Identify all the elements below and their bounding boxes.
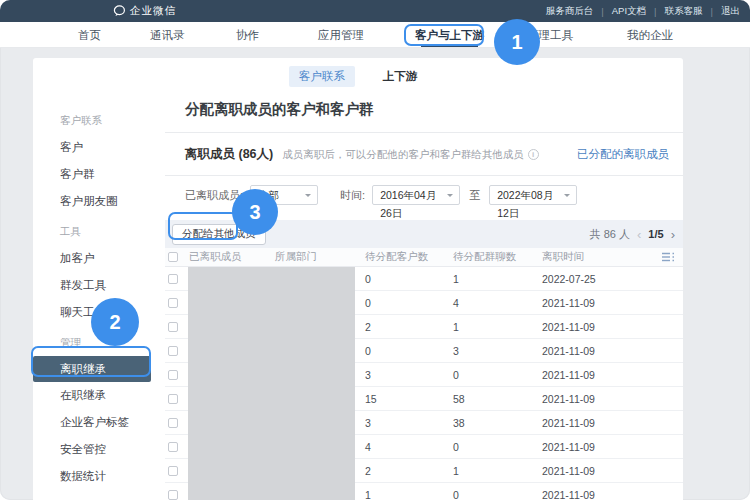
info-icon[interactable]: i (528, 149, 539, 160)
sidebar: 客户联系客户客户群客户朋友圈工具加客户群发工具聊天工具管理离职继承在职继承企业客… (33, 90, 165, 500)
col-department: 所属部门 (275, 250, 365, 264)
nav-item-my-company[interactable]: 我的企业 (627, 22, 673, 48)
next-page-icon[interactable]: › (671, 228, 675, 241)
brand-name: 企业微信 (130, 4, 176, 18)
section-description: 成员离职后，可以分配他的客户和客户群给其他成员 (282, 148, 524, 162)
separator: | (711, 6, 713, 17)
content-card: 客户联系 上下游 客户联系客户客户群客户朋友圈工具加客户群发工具聊天工具管理离职… (33, 58, 683, 500)
wework-logo: 企业微信 (113, 4, 176, 18)
row-checkbox[interactable] (168, 418, 178, 428)
redacted-area (188, 267, 355, 500)
cell-leave-date: 2021-11-09 (542, 369, 662, 381)
top-link-3[interactable]: 退出 (721, 5, 740, 18)
cell-pending-customers: 2 (365, 465, 453, 477)
col-member: 已离职成员 (189, 250, 275, 264)
row-checkbox[interactable] (168, 466, 178, 476)
cell-leave-date: 2021-11-09 (542, 321, 662, 333)
annotation-step-1: 1 (494, 19, 540, 65)
cell-pending-groups: 1 (453, 321, 542, 333)
cell-leave-date: 2021-11-09 (542, 465, 662, 477)
col-pending-customers: 待分配客户数 (365, 250, 453, 264)
column-settings-icon[interactable] (662, 252, 674, 262)
cell-pending-groups: 3 (453, 345, 542, 357)
tab-upstream-downstream[interactable]: 上下游 (373, 66, 428, 87)
pagination: 共 86 人 ‹ 1/5 › (590, 227, 675, 242)
total-count: 共 86 人 (590, 227, 630, 242)
cell-pending-customers: 0 (365, 345, 453, 357)
separator: | (601, 6, 603, 17)
row-checkbox[interactable] (168, 274, 178, 284)
sidebar-item-data-statistics[interactable]: 数据统计 (33, 463, 165, 490)
col-pending-groups: 待分配群聊数 (453, 250, 542, 264)
row-checkbox[interactable] (168, 442, 178, 452)
sidebar-item-group-send-tools[interactable]: 群发工具 (33, 272, 165, 299)
sidebar-section-header: 工具 (33, 218, 165, 245)
cell-pending-customers: 3 (365, 417, 453, 429)
nav-item-app-management[interactable]: 应用管理 (318, 22, 364, 48)
cell-pending-customers: 1 (365, 489, 453, 500)
row-checkbox[interactable] (168, 394, 178, 404)
sidebar-section-header: 配置 (33, 493, 165, 500)
members-table: 已离职成员 所属部门 待分配客户数 待分配群聊数 离职时间 (165, 248, 683, 500)
top-link-2[interactable]: 联系客服 (665, 5, 703, 18)
cell-pending-groups: 1 (453, 465, 542, 477)
cell-pending-customers: 0 (365, 297, 453, 309)
cell-pending-groups: 58 (453, 393, 542, 405)
row-checkbox[interactable] (168, 490, 178, 500)
cell-leave-date: 2022-07-25 (542, 273, 662, 285)
cell-pending-groups: 38 (453, 417, 542, 429)
nav-item-collaboration[interactable]: 协作 (236, 22, 259, 48)
tab-customer-contact[interactable]: 客户联系 (289, 66, 355, 87)
cell-pending-groups: 0 (453, 489, 542, 500)
annotation-step-2: 2 (91, 298, 139, 346)
sidebar-item-on-job-inheritance[interactable]: 在职继承 (33, 382, 165, 409)
nav-item-home[interactable]: 首页 (78, 22, 101, 48)
nav-item-contacts[interactable]: 通讯录 (150, 22, 185, 48)
cell-pending-customers: 4 (365, 441, 453, 453)
sidebar-item-customer-moments[interactable]: 客户朋友圈 (33, 188, 165, 215)
prev-page-icon[interactable]: ‹ (637, 228, 641, 241)
chat-bubble-icon (113, 5, 126, 17)
cell-pending-customers: 0 (365, 273, 453, 285)
row-checkbox[interactable] (168, 370, 178, 380)
row-checkbox[interactable] (168, 322, 178, 332)
cell-leave-date: 2021-11-09 (542, 441, 662, 453)
top-links: 服务商后台|API文档|联系客服|退出 (546, 5, 740, 18)
sidebar-item-corp-customer-tags[interactable]: 企业客户标签 (33, 409, 165, 436)
page-title: 分配离职成员的客户和客户群 (185, 100, 669, 119)
sidebar-item-add-customer[interactable]: 加客户 (33, 245, 165, 272)
separator: | (654, 6, 656, 17)
to-label: 至 (469, 188, 480, 203)
date-to-select[interactable]: 2022年08月12日 (489, 185, 577, 205)
page-indicator: 1/5 (648, 228, 663, 240)
sidebar-item-customers[interactable]: 客户 (33, 134, 165, 161)
date-from-select[interactable]: 2016年04月26日 (372, 185, 460, 205)
wework-admin-window: 企业微信 服务商后台|API文档|联系客服|退出 首页通讯录协作应用管理客户与上… (0, 0, 750, 500)
cell-pending-groups: 1 (453, 273, 542, 285)
cell-leave-date: 2021-11-09 (542, 393, 662, 405)
top-link-0[interactable]: 服务商后台 (546, 5, 594, 18)
top-tabs: 客户联系 上下游 (33, 58, 683, 90)
cell-pending-groups: 0 (453, 441, 542, 453)
nav-item-customers-updown[interactable]: 客户与上下游 (415, 22, 484, 48)
top-link-1[interactable]: API文档 (612, 5, 646, 18)
col-leave-date: 离职时间 (542, 250, 662, 264)
annotation-step-3: 3 (232, 189, 278, 235)
cell-pending-groups: 4 (453, 297, 542, 309)
cell-pending-customers: 3 (365, 369, 453, 381)
sidebar-item-resign-inheritance[interactable]: 离职继承 (33, 356, 151, 382)
row-checkbox[interactable] (168, 298, 178, 308)
cell-pending-customers: 2 (365, 321, 453, 333)
cell-pending-groups: 0 (453, 369, 542, 381)
cell-leave-date: 2021-11-09 (542, 417, 662, 429)
select-all-checkbox[interactable] (168, 252, 178, 262)
assigned-members-link[interactable]: 已分配的离职成员 (577, 147, 669, 162)
sidebar-item-customer-groups[interactable]: 客户群 (33, 161, 165, 188)
cell-leave-date: 2021-11-09 (542, 345, 662, 357)
row-checkbox[interactable] (168, 346, 178, 356)
table-header-row: 已离职成员 所属部门 待分配客户数 待分配群聊数 离职时间 (165, 248, 683, 267)
cell-leave-date: 2021-11-09 (542, 489, 662, 500)
sidebar-item-security-control[interactable]: 安全管控 (33, 436, 165, 463)
page-background: 客户联系 上下游 客户联系客户客户群客户朋友圈工具加客户群发工具聊天工具管理离职… (0, 48, 750, 500)
time-filter-label: 时间: (340, 188, 365, 203)
